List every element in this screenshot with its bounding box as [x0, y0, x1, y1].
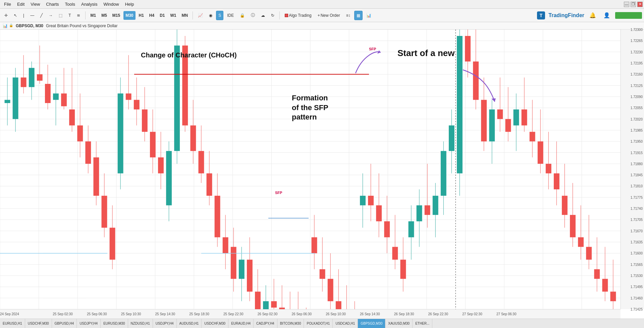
period-mn[interactable]: MN — [180, 11, 190, 20]
new-order-btn[interactable]: + New Order — [315, 11, 342, 20]
time-label-6: 25 Sep 22:30 — [223, 312, 244, 316]
time-label-1: 25 Sep 02:30 — [53, 312, 73, 316]
price-label-5: 1.72125 — [631, 84, 643, 87]
menu-item-charts[interactable]: Charts — [43, 1, 61, 7]
price-label-24: 1.71460 — [631, 296, 643, 300]
period-m15[interactable]: M15 — [110, 11, 122, 20]
time-label-5: 25 Sep 18:30 — [189, 312, 209, 316]
depth-btn[interactable]: ▦ — [354, 11, 363, 20]
time-axis: 24 Sep 202425 Sep 02:3025 Sep 06:3025 Se… — [0, 309, 621, 319]
period-m1[interactable]: M1 — [88, 11, 98, 20]
symbol-tab-6[interactable]: USDJPY,H4 — [153, 319, 177, 328]
symbol-tab-12[interactable]: POLKADOT,H1 — [304, 319, 333, 328]
price-label-9: 1.71985 — [631, 128, 643, 132]
ray-tool[interactable]: → — [46, 11, 55, 20]
symbol-tab-11[interactable]: BITCOIN,M30 — [277, 319, 304, 328]
horizontal-line-tool[interactable]: — — [28, 11, 37, 20]
menu-item-tools[interactable]: Tools — [62, 1, 78, 7]
time-label-10: 26 Sep 14:30 — [360, 312, 380, 316]
period-h1[interactable]: H1 — [137, 11, 146, 20]
close-button[interactable]: ✕ — [637, 2, 643, 7]
period-d1[interactable]: D1 — [158, 11, 167, 20]
price-label-3: 1.72195 — [631, 61, 643, 65]
text-tool[interactable]: T — [66, 11, 73, 20]
indicators-btn[interactable]: 📊 — [364, 11, 374, 20]
symbol-tab-14[interactable]: GBPSGD,M30 — [358, 319, 385, 328]
page-wrapper: File Edit View Charts Tools Analysis Win… — [0, 0, 644, 328]
algo-trading-btn[interactable]: Algo Trading — [282, 11, 314, 20]
chart-and-price: Change of Character (CHoCH) Formation of… — [0, 30, 644, 309]
minimize-button[interactable]: — — [624, 2, 629, 7]
fibonacci-tool[interactable]: ≋ — [74, 11, 83, 20]
candle-icon: 📊 — [3, 24, 8, 28]
menu-item-window[interactable]: Window — [101, 1, 121, 7]
candle-chart[interactable] — [0, 30, 621, 309]
price-label-22: 1.71530 — [631, 274, 643, 278]
logo-text: TradingFinder — [548, 12, 584, 18]
time-label-11: 26 Sep 18:30 — [394, 312, 414, 316]
symbol-tab-15[interactable]: XAUUSD,M30 — [385, 319, 413, 328]
sfp-label-bottom: SFP — [275, 191, 282, 195]
signal-btn[interactable]: S — [216, 11, 223, 20]
lock-btn[interactable]: 🔒 — [237, 11, 247, 20]
refresh-btn[interactable]: ↻ — [269, 11, 277, 20]
symbol-tab-16[interactable]: ETHER... — [413, 319, 432, 328]
symbol-tab-4[interactable]: EURUSD,M30 — [101, 319, 128, 328]
price-label-2: 1.72230 — [631, 50, 643, 54]
sfp-label-top: SFP — [369, 47, 376, 51]
menu-item-help[interactable]: Help — [122, 1, 137, 7]
period-h4[interactable]: H4 — [147, 11, 156, 20]
crosshair-tool[interactable]: ✛ — [2, 11, 10, 20]
price-label-19: 1.71635 — [631, 240, 643, 244]
restore-button[interactable]: ❐ — [631, 2, 636, 7]
menu-item-file[interactable]: File — [1, 1, 14, 7]
info-btn[interactable]: ⓘ — [249, 11, 257, 20]
price-label-15: 1.71775 — [631, 195, 643, 199]
svg-text:T: T — [540, 13, 543, 18]
price-label-4: 1.72160 — [631, 73, 643, 76]
chart-description: Great Britain Pound vs Singapore Dollar — [46, 24, 117, 28]
time-label-12: 26 Sep 22:30 — [428, 312, 448, 316]
time-label-3: 25 Sep 10:30 — [121, 312, 141, 316]
menu-item-view[interactable]: View — [28, 1, 43, 7]
period-w1[interactable]: W1 — [168, 11, 178, 20]
time-label-7: 26 Sep 02:30 — [258, 312, 278, 316]
chart-type-icons: 📊 🔒 — [3, 24, 13, 28]
menu-item-analysis[interactable]: Analysis — [78, 1, 100, 7]
period-m30[interactable]: M30 — [123, 11, 135, 20]
symbol-tab-8[interactable]: USDCHF,M30 — [202, 319, 228, 328]
price-label-18: 1.71670 — [631, 229, 643, 233]
price-label-7: 1.72055 — [631, 106, 643, 110]
symbol-tab-1[interactable]: USDCHF,M30 — [25, 319, 52, 328]
order-levels-btn[interactable]: ≡↕ — [344, 11, 353, 20]
channel-tool[interactable]: ⬚ — [56, 11, 65, 20]
price-label-8: 1.72020 — [631, 117, 643, 121]
chart-type-btn[interactable]: 📈 — [196, 11, 205, 20]
price-label-1: 1.72265 — [631, 39, 643, 43]
toolbar: ✛ ↖ | — ╱ → ⬚ T ≋ M1 M5 M15 M30 H1 H4 D1… — [0, 9, 644, 22]
cursor-tool[interactable]: ↖ — [11, 11, 19, 20]
menu-item-edit[interactable]: Edit — [14, 1, 27, 7]
price-label-23: 1.71495 — [631, 285, 643, 289]
price-label-11: 1.71915 — [631, 151, 643, 154]
symbol-tab-13[interactable]: USDCAD,H1 — [333, 319, 358, 328]
symbol-tab-0[interactable]: EURUSD,H1 — [0, 319, 25, 328]
symbol-tab-10[interactable]: CADJPY,H4 — [254, 319, 277, 328]
symbol-tab-3[interactable]: USDJPY,H4 — [77, 319, 101, 328]
symbol-tab-5[interactable]: NZDUSD,H1 — [128, 319, 153, 328]
symbol-tab-2[interactable]: GBPUSD,H4 — [52, 319, 77, 328]
ide-btn[interactable]: IDE — [225, 11, 236, 20]
new-order-icon: + — [318, 13, 320, 18]
chart-info-bar: 📊 🔒 GBPSGD, M30 Great Britain Pound vs S… — [0, 22, 644, 30]
bell-btn[interactable]: 🔔 — [587, 11, 598, 20]
user-btn[interactable]: 👤 — [601, 11, 612, 20]
trend-line-tool[interactable]: ╱ — [38, 11, 45, 20]
cloud-btn[interactable]: ☁ — [259, 11, 267, 20]
period-m5[interactable]: M5 — [99, 11, 109, 20]
chart-style-btn[interactable]: ◉ — [207, 11, 215, 20]
symbol-tab-9[interactable]: EURAUD,H4 — [228, 319, 254, 328]
time-label-9: 26 Sep 10:30 — [326, 312, 346, 316]
symbol-tab-7[interactable]: AUDUSD,H1 — [177, 319, 202, 328]
price-scale: 1.723001.722651.722301.721951.721601.721… — [621, 30, 644, 309]
vertical-line-tool[interactable]: | — [21, 11, 26, 20]
